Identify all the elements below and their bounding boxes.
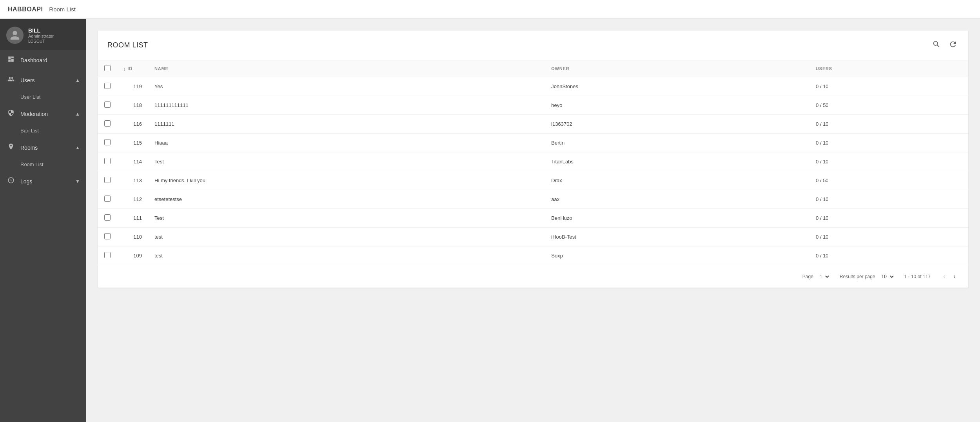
logout-button[interactable]: LOGOUT — [28, 39, 54, 43]
main-content: ROOM LIST — [86, 19, 980, 422]
sidebar-role: Administrator — [28, 34, 54, 38]
users-arrow-icon: ▲ — [75, 78, 80, 83]
row-name: 1111111 — [148, 115, 545, 134]
row-checkbox[interactable] — [104, 196, 111, 202]
row-checkbox[interactable] — [104, 101, 111, 108]
sidebar-item-ban-list[interactable]: Ban List — [0, 124, 86, 138]
row-checkbox-cell — [98, 115, 117, 134]
row-checkbox[interactable] — [104, 233, 111, 239]
row-id: 115 — [117, 134, 148, 152]
logs-icon — [6, 177, 16, 186]
sidebar-item-users-label: Users — [20, 77, 35, 83]
table-row[interactable]: 114 Test TitanLabs 0 / 10 — [98, 152, 968, 171]
table-row[interactable]: 109 test Soxp 0 / 10 — [98, 246, 968, 265]
logo: HABBOAPI — [8, 6, 43, 13]
table-footer: Page 1 Results per page 10 25 50 1 - 10 … — [98, 265, 968, 288]
sidebar-item-room-list[interactable]: Room List — [0, 158, 86, 171]
table-row[interactable]: 112 etsetetestse aax 0 / 10 — [98, 190, 968, 209]
row-id: 113 — [117, 171, 148, 190]
table-row[interactable]: 115 Hiaaa Bertin 0 / 10 — [98, 134, 968, 152]
row-checkbox-cell — [98, 228, 117, 246]
rooms-arrow-icon: ▲ — [75, 145, 80, 150]
row-users: 0 / 10 — [809, 115, 968, 134]
table-row[interactable]: 113 Hi my friends. I kill you Drax 0 / 5… — [98, 171, 968, 190]
row-id: 119 — [117, 77, 148, 96]
table-row[interactable]: 111 Test BenHuzo 0 / 10 — [98, 209, 968, 228]
row-checkbox[interactable] — [104, 120, 111, 127]
range-label: 1 - 10 of 117 — [904, 274, 931, 279]
row-users: 0 / 10 — [809, 190, 968, 209]
row-checkbox[interactable] — [104, 139, 111, 145]
row-name: test — [148, 246, 545, 265]
moderation-arrow-icon: ▲ — [75, 111, 80, 117]
table-row[interactable]: 116 1111111 i1363702 0 / 10 — [98, 115, 968, 134]
refresh-button[interactable] — [947, 38, 959, 52]
row-users: 0 / 10 — [809, 228, 968, 246]
row-checkbox-cell — [98, 246, 117, 265]
row-owner: JohnStones — [545, 77, 809, 96]
row-name: Hiaaa — [148, 134, 545, 152]
select-all-checkbox[interactable] — [104, 65, 111, 71]
card-header: ROOM LIST — [98, 31, 968, 60]
users-icon — [6, 76, 16, 85]
sidebar-item-moderation-label: Moderation — [20, 111, 48, 117]
page-select[interactable]: 1 — [817, 273, 830, 281]
sidebar-item-dashboard-label: Dashboard — [20, 57, 47, 63]
sidebar-username: BILL — [28, 27, 54, 34]
results-group: Results per page 10 25 50 — [840, 273, 895, 281]
page-label: Page — [802, 274, 813, 279]
table-row[interactable]: 118 111111111111 heyo 0 / 50 — [98, 96, 968, 115]
search-button[interactable] — [931, 38, 942, 52]
results-select[interactable]: 10 25 50 — [878, 273, 895, 281]
row-name: Yes — [148, 77, 545, 96]
sidebar-nav: Dashboard Users ▲ User List — [0, 50, 86, 422]
row-id: 114 — [117, 152, 148, 171]
prev-page-button[interactable]: ‹ — [940, 271, 949, 282]
header-id[interactable]: ↓ ID — [117, 60, 148, 77]
sort-icon: ↓ — [123, 66, 126, 72]
range-group: 1 - 10 of 117 — [904, 274, 931, 279]
layout: BILL Administrator LOGOUT Dashboard — [0, 19, 980, 422]
header-owner[interactable]: OWNER — [545, 60, 809, 77]
sidebar-item-rooms[interactable]: Rooms ▲ — [0, 138, 86, 158]
row-checkbox[interactable] — [104, 252, 111, 258]
table-row[interactable]: 119 Yes JohnStones 0 / 10 — [98, 77, 968, 96]
sidebar: BILL Administrator LOGOUT Dashboard — [0, 19, 86, 422]
avatar — [6, 27, 24, 44]
row-checkbox-cell — [98, 209, 117, 228]
row-owner: TitanLabs — [545, 152, 809, 171]
sidebar-item-logs[interactable]: Logs ▼ — [0, 171, 86, 191]
header-name[interactable]: NAME — [148, 60, 545, 77]
row-name: etsetetestse — [148, 190, 545, 209]
row-owner: BenHuzo — [545, 209, 809, 228]
row-id: 110 — [117, 228, 148, 246]
sidebar-item-moderation[interactable]: Moderation ▲ — [0, 104, 86, 124]
top-bar: HABBOAPI Room List — [0, 0, 980, 19]
row-users: 0 / 10 — [809, 209, 968, 228]
header-users[interactable]: USERS — [809, 60, 968, 77]
sidebar-item-dashboard[interactable]: Dashboard — [0, 50, 86, 70]
row-checkbox-cell — [98, 171, 117, 190]
sidebar-item-user-list[interactable]: User List — [0, 90, 86, 104]
row-name: Test — [148, 209, 545, 228]
row-id: 116 — [117, 115, 148, 134]
row-checkbox[interactable] — [104, 158, 111, 164]
sidebar-item-logs-label: Logs — [20, 178, 32, 185]
row-checkbox[interactable] — [104, 83, 111, 89]
row-checkbox-cell — [98, 152, 117, 171]
row-checkbox[interactable] — [104, 177, 111, 183]
pagination-nav: ‹ › — [940, 271, 959, 282]
row-id: 109 — [117, 246, 148, 265]
row-name: test — [148, 228, 545, 246]
row-owner: Bertin — [545, 134, 809, 152]
rooms-icon — [6, 143, 16, 152]
row-checkbox-cell — [98, 96, 117, 115]
row-users: 0 / 10 — [809, 77, 968, 96]
header-checkbox-cell — [98, 60, 117, 77]
row-owner: iHooB-Test — [545, 228, 809, 246]
next-page-button[interactable]: › — [950, 271, 959, 282]
header-actions — [931, 38, 959, 52]
table-row[interactable]: 110 test iHooB-Test 0 / 10 — [98, 228, 968, 246]
row-checkbox[interactable] — [104, 214, 111, 221]
sidebar-item-users[interactable]: Users ▲ — [0, 70, 86, 90]
